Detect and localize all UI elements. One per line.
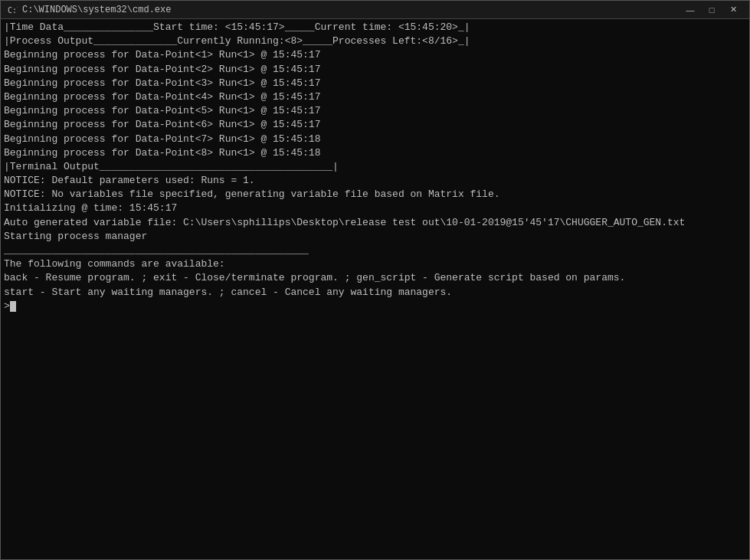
console-line: Beginning process for Data-Point<1> Run<… (4, 48, 746, 62)
minimize-button[interactable]: — (680, 3, 700, 17)
console-line: The following commands are available: (4, 257, 746, 271)
console-line: back - Resume program. ; exit - Close/te… (4, 271, 746, 285)
console-line: |Terminal Output________________________… (4, 160, 746, 174)
console-line: Auto generated variable file: C:\Users\s… (4, 216, 746, 230)
cursor (10, 301, 16, 312)
cmd-icon: C:\ (7, 5, 18, 15)
window-title: C:\WINDOWS\system32\cmd.exe (22, 5, 171, 15)
console-line: Beginning process for Data-Point<4> Run<… (4, 90, 746, 104)
title-bar-left: C:\ C:\WINDOWS\system32\cmd.exe (7, 5, 171, 15)
console-line: |Process Output______________Currently R… (4, 34, 746, 48)
console-line: Beginning process for Data-Point<8> Run<… (4, 146, 746, 160)
console-line: > (4, 300, 746, 313)
console-line: ________________________________________… (4, 244, 746, 257)
console-line: NOTICE: No variables file specified, gen… (4, 188, 746, 201)
console-line: Beginning process for Data-Point<7> Run<… (4, 133, 746, 146)
svg-text:C:\: C:\ (8, 6, 18, 15)
cmd-window: C:\ C:\WINDOWS\system32\cmd.exe — □ ✕ |T… (0, 0, 750, 560)
console-line: Beginning process for Data-Point<2> Run<… (4, 63, 746, 77)
maximize-button[interactable]: □ (702, 3, 722, 17)
close-button[interactable]: ✕ (723, 3, 743, 17)
console-line: start - Start any waiting managers. ; ca… (4, 286, 746, 300)
window-controls: — □ ✕ (680, 3, 743, 17)
console-line: Starting process manager (4, 230, 746, 244)
console-line: Beginning process for Data-Point<6> Run<… (4, 118, 746, 132)
console-line: NOTICE: Default parameters used: Runs = … (4, 174, 746, 188)
console-line: |Time Data_______________Start time: <15… (4, 21, 746, 34)
console-line: Beginning process for Data-Point<3> Run<… (4, 77, 746, 90)
console-line: Beginning process for Data-Point<5> Run<… (4, 104, 746, 118)
console-output: |Time Data_______________Start time: <15… (1, 19, 749, 559)
title-bar: C:\ C:\WINDOWS\system32\cmd.exe — □ ✕ (1, 1, 749, 19)
console-line: Initializing @ time: 15:45:17 (4, 201, 746, 215)
